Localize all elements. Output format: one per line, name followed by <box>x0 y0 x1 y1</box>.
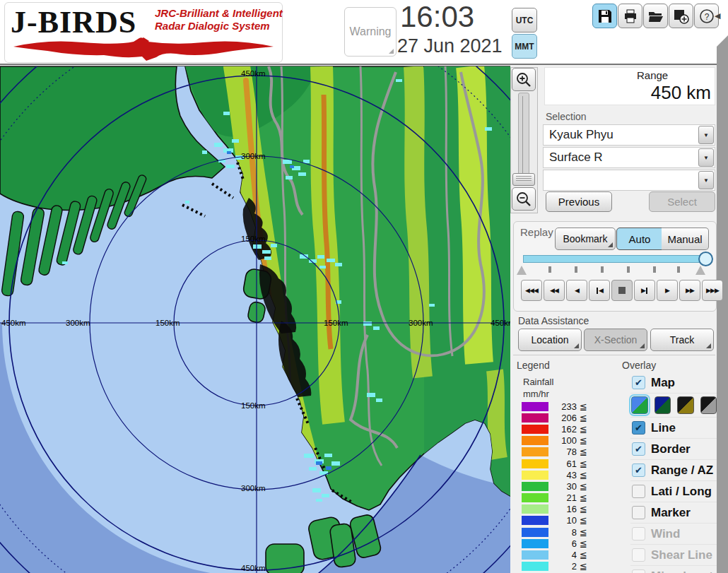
svg-text:150km: 150km <box>324 319 348 327</box>
mmt-button[interactable]: MMT <box>512 34 537 59</box>
utc-label: UTC <box>516 16 534 25</box>
panel-collapse-arrow-icon[interactable]: ◀ <box>715 11 720 20</box>
playback-controls: ◀◀◀◀◀◀◀▶▶▶▶▶▶▶ <box>521 280 723 301</box>
map-style-black-gray[interactable] <box>700 396 717 414</box>
save-button[interactable] <box>592 4 617 28</box>
manual-mode-button[interactable]: Manual <box>662 228 709 250</box>
print-icon <box>623 9 638 23</box>
chevron-down-icon[interactable]: ▼ <box>698 126 714 144</box>
legend-color-swatch <box>522 516 548 525</box>
track-button[interactable]: Track <box>650 329 714 351</box>
utc-button[interactable]: UTC <box>512 8 537 33</box>
location-button[interactable]: Location <box>518 329 582 351</box>
map-style-navy-darkgreen[interactable] <box>654 396 671 414</box>
less-equal-icon: ≦ <box>580 561 587 572</box>
step-backward-button[interactable]: ◀ <box>589 280 610 301</box>
legend-value: 61 <box>553 459 577 469</box>
clock-date: 27 Jun 2021 <box>397 35 517 57</box>
overlay-row-wind[interactable]: Wind <box>630 524 717 545</box>
logo-subtitle-line2: Radar Dialogic System <box>155 20 270 32</box>
previous-button[interactable]: Previous <box>546 191 612 212</box>
product-dropdown[interactable]: Surface R ▼ <box>543 147 715 168</box>
replay-slider-track[interactable] <box>523 255 707 263</box>
slider-tick <box>601 266 604 273</box>
radar-map-display[interactable]: 450km 300km 150km 150km 300km 450km 450k… <box>0 66 510 573</box>
rainfall-legend: 233≦206≦162≦100≦78≦61≦43≦30≦21≦16≦10≦8≦6… <box>522 401 592 573</box>
logo-subtitle-line1: JRC-Brilliant & Intelligent <box>155 7 283 19</box>
overlay-item-label: Range / AZ <box>651 463 713 478</box>
import-image-button[interactable] <box>669 4 693 28</box>
auto-mode-button[interactable]: Auto <box>616 228 663 250</box>
overlay-item-label: Lati / Long <box>651 485 712 499</box>
checkbox-icon[interactable]: ✔ <box>632 421 645 435</box>
open-folder-icon <box>648 9 664 23</box>
rewind-button[interactable]: ◀◀ <box>544 280 565 301</box>
zoom-slider-thumb[interactable] <box>512 173 535 186</box>
window-edge-strip <box>717 35 728 573</box>
zoom-in-button[interactable] <box>512 68 536 91</box>
less-equal-icon: ≦ <box>580 527 587 538</box>
bookmark-button[interactable]: Bookmark <box>555 228 616 250</box>
open-folder-button[interactable] <box>643 4 668 28</box>
less-equal-icon: ≦ <box>580 515 587 526</box>
select-button[interactable]: Select <box>649 191 715 212</box>
replay-slider-handle[interactable] <box>698 252 713 266</box>
checkbox-icon[interactable] <box>632 485 645 498</box>
fastest-forward-button[interactable]: ▶▶▶ <box>702 280 723 301</box>
previous-label: Previous <box>558 196 599 208</box>
legend-row: 4≦ <box>522 549 592 560</box>
x-section-button[interactable]: X-Section <box>584 329 647 351</box>
legend-row: 100≦ <box>522 435 592 447</box>
warning-button[interactable]: Warning <box>344 7 397 57</box>
less-equal-icon: ≦ <box>580 459 587 469</box>
legend-color-swatch <box>522 447 548 456</box>
map-style-blue-green[interactable] <box>631 396 648 414</box>
chevron-down-icon[interactable]: ▼ <box>698 148 714 167</box>
checkbox-icon[interactable]: ✔ <box>632 442 645 456</box>
step-forward-button[interactable]: ▶ <box>634 280 655 301</box>
station-dropdown-value: Kyauk Phyu <box>544 128 698 142</box>
svg-text:150km: 150km <box>155 319 180 327</box>
legend-value: 162 <box>553 424 577 435</box>
checkbox-icon[interactable] <box>632 527 645 540</box>
fast-rewind-button[interactable]: ◀◀◀ <box>521 280 542 301</box>
checkbox-icon[interactable] <box>632 506 645 519</box>
map-style-black-olive[interactable] <box>677 396 694 414</box>
fastest-forward-icon: ▶▶▶ <box>706 287 719 294</box>
fast-forward-button[interactable]: ▶▶ <box>679 280 700 301</box>
legend-color-swatch <box>522 436 548 445</box>
checkbox-icon[interactable] <box>632 548 645 562</box>
legend-row: 61≦ <box>522 458 592 469</box>
overlay-row-border[interactable]: ✔Border <box>630 439 717 460</box>
overlay-row-map[interactable]: ✔Map <box>630 372 717 394</box>
overlay-row-microburst[interactable]: Microburst <box>630 566 717 573</box>
overlay-row-marker[interactable]: Marker <box>630 502 717 524</box>
overlay-row-lati-long[interactable]: Lati / Long <box>630 481 717 502</box>
zoom-out-button[interactable] <box>512 187 536 211</box>
zoom-slider-track[interactable] <box>518 93 529 183</box>
bookmark-label: Bookmark <box>563 233 607 244</box>
legend-color-swatch <box>522 413 548 423</box>
station-dropdown[interactable]: Kyauk Phyu ▼ <box>543 124 715 146</box>
stop-button[interactable] <box>611 280 633 301</box>
print-button[interactable] <box>618 4 642 28</box>
overlay-row-range-az[interactable]: ✔Range / AZ <box>630 460 717 481</box>
legend-color-swatch <box>522 471 548 480</box>
legend-section-label: Legend <box>517 360 550 371</box>
svg-text:450km: 450km <box>1 319 26 327</box>
option-dropdown[interactable]: ▼ <box>543 170 715 191</box>
checkbox-icon[interactable] <box>632 569 645 573</box>
legend-value: 78 <box>553 447 577 457</box>
checkbox-icon[interactable]: ✔ <box>632 376 645 389</box>
play-forward-icon: ▶ <box>665 287 669 294</box>
slider-tick <box>677 266 680 273</box>
chevron-down-icon[interactable]: ▼ <box>698 171 714 189</box>
rewind-icon: ◀◀ <box>550 287 558 294</box>
play-forward-button[interactable]: ▶ <box>657 280 678 301</box>
checkbox-icon[interactable]: ✔ <box>632 463 645 477</box>
legend-color-swatch <box>522 402 548 411</box>
play-backward-button[interactable]: ◀ <box>566 280 587 301</box>
jbirds-logo: J-BIRDS JRC-Brilliant & Intelligent Rada… <box>4 2 283 63</box>
overlay-row-shear-line[interactable]: Shear Line <box>630 545 717 566</box>
overlay-row-line[interactable]: ✔Line <box>630 418 717 439</box>
